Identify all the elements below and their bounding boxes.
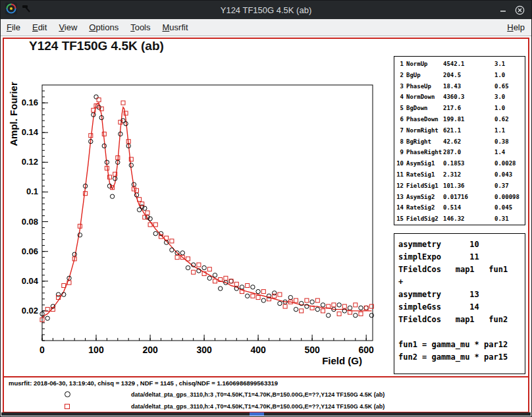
menu-file[interactable]: File <box>1 20 26 35</box>
param-row: 8BgRight42.620.38 <box>394 136 525 148</box>
minimize-button[interactable] <box>499 6 507 14</box>
theory-line: fun1 = gamma_mu * par12 <box>398 339 525 351</box>
info-pad: musrfit: 2018-06-30, 13:19:40, chisq = 1… <box>4 377 528 412</box>
theory-line: simpleGss 14 <box>398 301 525 314</box>
window-title: Y124 TF150G 4.5K (ab) <box>1 5 531 15</box>
svg-text:0.04: 0.04 <box>22 276 39 286</box>
x-axis-title: Field (G) <box>322 355 362 366</box>
y-axis-ticks <box>42 91 48 341</box>
theory-line: + <box>398 276 525 289</box>
param-row: 11RateSig12.3120.043 <box>394 169 525 181</box>
svg-text:200: 200 <box>142 345 158 355</box>
param-row: 10AsymSig10.18530.0028 <box>394 158 525 169</box>
resize-grip-icon <box>250 412 264 416</box>
menu-tools[interactable]: Tools <box>124 20 156 35</box>
theory-line: asymmetry 10 <box>398 238 525 251</box>
param-row: 1NormUp4542.13.1 <box>394 59 525 70</box>
legend-row: data/deltat_pta_gps_3110,h:4 ,T0=4.50K,T… <box>4 403 528 412</box>
svg-text:0: 0 <box>40 345 45 355</box>
circle-marker-icon <box>65 391 70 397</box>
param-row: 4NormDown4360.33.0 <box>394 92 525 103</box>
theory-line: fun2 = gamma_mu * par15 <box>398 351 525 364</box>
svg-text:0.16: 0.16 <box>22 97 38 107</box>
param-row: 12FieldSig1101.360.37 <box>394 181 525 192</box>
param-row: 3PhaseUp18.430.65 <box>394 81 525 92</box>
series-squares <box>40 98 373 322</box>
y-axis-labels: 0.020.040.060.080.10.120.140.16 <box>22 97 39 316</box>
theory-line <box>398 326 525 339</box>
param-row: 14RateSig20.5140.045 <box>394 202 525 213</box>
window-bottom-border <box>1 412 531 416</box>
param-row: 9PhaseRight287.01.4 <box>394 147 525 158</box>
x-axis-ticks <box>42 335 366 341</box>
titlebar: Y124 TF150G 4.5K (ab) <box>1 1 531 19</box>
param-row: 2BgUp204.51.0 <box>394 70 525 81</box>
svg-text:0.1: 0.1 <box>26 186 38 196</box>
param-row: 7NormRight621.11.1 <box>394 125 525 136</box>
svg-text:500: 500 <box>304 345 320 355</box>
plot-title: Y124 TF150G 4.5K (ab) <box>29 39 164 53</box>
svg-text:400: 400 <box>250 345 266 355</box>
app-icon <box>5 3 17 17</box>
svg-text:0.14: 0.14 <box>22 127 39 137</box>
theory-line: asymmetry 13 <box>398 289 525 301</box>
hammer-icon <box>22 4 31 16</box>
menu-musrfit[interactable]: Musrfit <box>157 20 194 35</box>
svg-text:0.12: 0.12 <box>22 157 38 167</box>
svg-text:600: 600 <box>359 345 375 355</box>
theory-line: TFieldCos map1 fun1 <box>398 264 525 276</box>
legend-row: data/deltat_pta_gps_3110,h:3 ,T0=4.50K,T… <box>4 391 528 400</box>
menu-help[interactable]: Help <box>500 20 531 35</box>
param-row: 5BgDown217.61.0 <box>394 103 525 114</box>
param-row: 15FieldSig2146.320.31 <box>394 213 525 225</box>
menu-view[interactable]: View <box>53 20 83 35</box>
menu-options[interactable]: Options <box>83 20 124 35</box>
plot-frame <box>42 85 373 341</box>
svg-text:100: 100 <box>88 345 104 355</box>
svg-text:0.02: 0.02 <box>22 306 38 316</box>
param-row: 13AsymSig20.017160.00098 <box>394 192 525 203</box>
svg-text:0.06: 0.06 <box>22 246 38 256</box>
theory-box: asymmetry 10simplExpo 11TFieldCos map1 f… <box>394 233 525 374</box>
theory-line: simplExpo 11 <box>398 251 525 264</box>
legend-text: data/deltat_pta_gps_3110,h:3 ,T0=4.50K,T… <box>131 391 385 398</box>
series-circles <box>40 95 374 321</box>
theory-line: TFieldCos map1 fun2 <box>398 314 525 326</box>
fit-line <box>42 103 371 317</box>
menu-edit[interactable]: Edit <box>26 20 53 35</box>
app-window: Y124 TF150G 4.5K (ab) FileEditViewOption… <box>0 0 532 417</box>
svg-text:300: 300 <box>196 345 212 355</box>
x-axis-labels: 0100200300400500600 <box>40 345 374 355</box>
root-canvas: 01002003004005006000.020.040.060.080.10.… <box>3 38 529 413</box>
legend-text: data/deltat_pta_gps_3110,h:4 ,T0=4.50K,T… <box>131 403 385 410</box>
close-button[interactable] <box>515 5 525 15</box>
legend-rows: data/deltat_pta_gps_3110,h:3 ,T0=4.50K,T… <box>4 377 528 412</box>
y-axis-title: Ampl. Fourier <box>8 82 19 146</box>
parameter-box: 1NormUp4542.13.12BgUp204.51.03PhaseUp18.… <box>394 56 525 225</box>
square-marker-icon <box>65 404 70 409</box>
menubar: FileEditViewOptionsToolsMusrfit Help <box>1 19 531 36</box>
param-row: 6PhaseDown199.810.62 <box>394 114 525 125</box>
menubar-items: FileEditViewOptionsToolsMusrfit <box>1 20 194 35</box>
svg-text:0.08: 0.08 <box>22 217 38 227</box>
